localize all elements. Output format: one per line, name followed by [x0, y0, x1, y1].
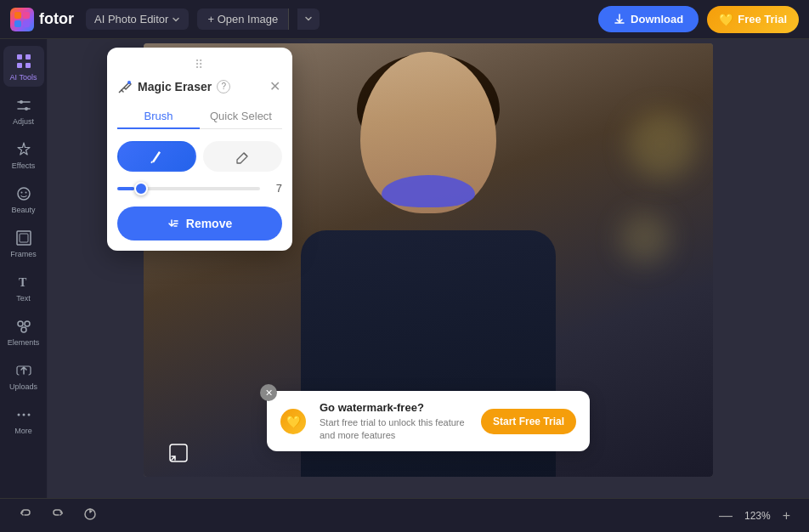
- open-image-dropdown-button[interactable]: [297, 8, 320, 30]
- panel-title-area: Magic Eraser ?: [117, 79, 230, 94]
- remove-icon: [167, 217, 181, 230]
- expand-icon[interactable]: [169, 444, 188, 467]
- sidebar-item-effects[interactable]: Effects: [3, 134, 44, 175]
- sparkle-icon: [14, 139, 34, 160]
- svg-rect-3: [23, 20, 30, 27]
- chevron-down-icon: [172, 15, 180, 24]
- eraser-tool-option[interactable]: [203, 141, 282, 172]
- text-icon: T: [14, 272, 34, 292]
- brush-options: [117, 141, 282, 172]
- remove-button[interactable]: Remove: [117, 207, 282, 241]
- zoom-in-button[interactable]: +: [778, 505, 795, 527]
- tab-brush[interactable]: Brush: [117, 105, 200, 129]
- svg-text:T: T: [19, 276, 27, 289]
- svg-point-19: [25, 321, 30, 326]
- logo-area: fotor: [10, 8, 74, 31]
- canvas-area[interactable]: fotor ⠿ Magic Eraser ?: [48, 39, 809, 498]
- app-name: fotor: [39, 10, 74, 28]
- sidebar-item-adjust[interactable]: Adjust: [3, 90, 44, 131]
- svg-point-23: [27, 414, 30, 416]
- sidebar-item-beauty[interactable]: Beauty: [3, 178, 44, 219]
- sidebar-label-ai-tools: AI Tools: [10, 73, 37, 82]
- zoom-out-button[interactable]: —: [714, 505, 738, 527]
- help-icon[interactable]: ?: [217, 80, 230, 93]
- magic-eraser-icon: [117, 79, 133, 94]
- drag-dots: ⠿: [195, 58, 205, 71]
- upload-icon: [14, 360, 34, 381]
- sidebar-label-uploads: Uploads: [9, 382, 37, 391]
- svg-point-9: [20, 100, 23, 104]
- sidebar: AI Tools Adjust Effects Beauty Frames: [0, 39, 48, 498]
- panel-title: Magic Eraser: [138, 80, 212, 93]
- sidebar-label-frames: Frames: [10, 250, 37, 258]
- ai-photo-editor-button[interactable]: AI Photo Editor: [86, 8, 189, 30]
- notification-text-area: Go watermark-free? Start free trial to u…: [320, 401, 467, 441]
- svg-rect-4: [17, 54, 22, 59]
- notification-title: Go watermark-free?: [320, 401, 467, 414]
- redo-button[interactable]: [46, 504, 70, 528]
- notification-subtitle: Start free trial to unlock this feature …: [320, 416, 467, 441]
- svg-point-21: [22, 414, 25, 416]
- bottom-notification: ✕ 💛 Go watermark-free? Start free trial …: [267, 391, 590, 451]
- topbar: fotor AI Photo Editor + Open Image Downl…: [0, 0, 809, 39]
- sidebar-item-ai-tools[interactable]: AI Tools: [3, 46, 44, 87]
- brush-size-slider[interactable]: [117, 187, 260, 190]
- sidebar-label-adjust: Adjust: [13, 117, 34, 126]
- tabs-row: Brush Quick Select: [117, 105, 282, 129]
- slider-value: 7: [269, 182, 282, 195]
- drag-handle[interactable]: ⠿: [117, 58, 282, 71]
- sidebar-label-elements: Elements: [8, 338, 40, 347]
- svg-rect-5: [25, 54, 31, 59]
- sidebar-item-frames[interactable]: Frames: [3, 223, 44, 263]
- start-free-trial-button[interactable]: Start Free Trial: [481, 409, 576, 434]
- sidebar-item-text[interactable]: T Text: [3, 267, 44, 308]
- remove-label: Remove: [186, 217, 232, 230]
- sidebar-item-more[interactable]: More: [3, 399, 44, 440]
- download-button[interactable]: Download: [598, 6, 699, 32]
- zoom-level: 123%: [744, 510, 771, 522]
- svg-point-13: [20, 192, 22, 194]
- svg-rect-16: [20, 234, 28, 242]
- sidebar-item-uploads[interactable]: Uploads: [3, 355, 44, 396]
- sidebar-label-beauty: Beauty: [11, 206, 35, 214]
- notification-icon: 💛: [280, 409, 306, 434]
- sidebar-label-more: More: [14, 427, 32, 435]
- redo-icon: [51, 507, 65, 521]
- svg-rect-2: [14, 20, 21, 27]
- brush-option-icon: [149, 148, 166, 165]
- sliders-icon: [14, 95, 34, 116]
- svg-point-12: [18, 188, 30, 200]
- open-image-button[interactable]: + Open Image: [197, 8, 289, 30]
- grid-icon: [14, 51, 34, 71]
- reset-button[interactable]: [78, 504, 102, 528]
- bg-light-2: [628, 111, 696, 179]
- svg-rect-0: [14, 12, 21, 19]
- fotor-logo-icon: [10, 8, 34, 31]
- sidebar-label-text: Text: [16, 294, 31, 303]
- tab-quick-select[interactable]: Quick Select: [200, 105, 282, 129]
- download-icon: [614, 14, 625, 25]
- free-trial-label: Free Trial: [738, 13, 787, 25]
- face-icon: [14, 184, 34, 204]
- svg-point-18: [18, 321, 23, 326]
- brush-tool-option[interactable]: [117, 141, 196, 172]
- svg-point-11: [25, 107, 28, 110]
- notification-close-button[interactable]: ✕: [260, 384, 277, 401]
- svg-point-20: [21, 327, 26, 332]
- free-trial-button[interactable]: 💛 Free Trial: [707, 6, 799, 33]
- sidebar-item-elements[interactable]: Elements: [3, 311, 44, 352]
- undo-icon: [19, 507, 32, 521]
- svg-line-26: [244, 153, 247, 156]
- mustache-painted: [382, 175, 475, 207]
- download-label: Download: [631, 13, 683, 25]
- eraser-option-icon: [235, 148, 252, 165]
- undo-button[interactable]: [14, 504, 37, 528]
- frame-icon: [14, 228, 34, 248]
- close-panel-button[interactable]: ✕: [268, 78, 282, 94]
- bg-light-3: [619, 213, 670, 264]
- svg-rect-7: [25, 63, 31, 68]
- sidebar-label-effects: Effects: [12, 161, 35, 170]
- chevron-down-icon-2: [304, 14, 313, 23]
- reset-icon: [83, 507, 97, 521]
- slider-thumb[interactable]: [134, 182, 148, 195]
